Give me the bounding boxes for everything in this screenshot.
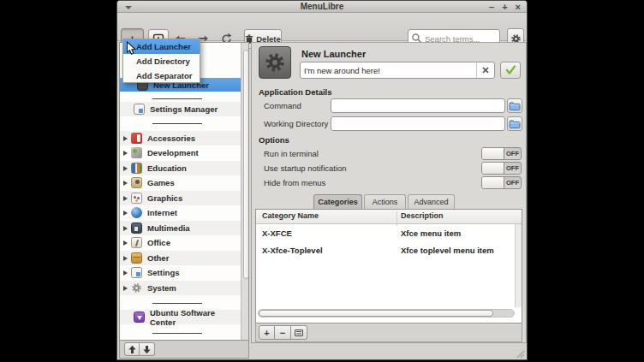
sidebar-item-education[interactable]: Education [120,161,241,175]
education-icon [131,163,142,174]
minus-icon: − [280,328,285,338]
sidebar-item-development[interactable]: Development [120,145,241,160]
toggle-knob [482,148,504,159]
toolbar: + [117,13,527,41]
other-icon [131,252,142,264]
category-description-cell: Xfce menu item [401,228,461,238]
minimize-button[interactable]: – [489,1,494,13]
toggle-state-label: OFF [504,163,521,174]
table-row[interactable]: X-XFCE Xfce menu item [256,224,522,241]
expander-icon[interactable] [123,196,128,201]
clear-x-icon [482,67,489,74]
launcher-editor-panel: New Launcher Application Details Command [251,42,527,343]
add-category-button[interactable]: + [259,325,275,340]
launcher-name-entry [300,62,495,79]
table-row[interactable]: X-Xfce-Toplevel Xfce toplevel menu item [256,241,522,258]
categories-table: Category Name Description X-XFCE Xfce me… [255,209,522,323]
expander-icon[interactable] [123,240,128,246]
table-horizontal-scrollbar-thumb[interactable] [259,310,493,317]
sidebar-item-label: Games [147,178,175,187]
working-directory-input[interactable] [331,116,505,131]
command-label: Command [264,101,301,110]
command-input[interactable] [331,98,505,113]
games-icon [131,177,142,188]
sidebar-scrollbar[interactable] [241,43,249,340]
working-directory-browse-button[interactable] [507,116,522,131]
menu-separator [152,123,202,124]
table-horizontal-scrollbar[interactable] [258,309,515,317]
clear-name-button[interactable] [476,62,494,78]
command-browse-button[interactable] [507,98,522,113]
graphics-icon [131,193,142,204]
move-up-button[interactable] [124,342,140,356]
sidebar-item-label: Accessories [147,134,195,143]
launcher-name-input[interactable] [301,62,475,78]
maximize-button[interactable]: + [502,1,507,13]
working-directory-label: Working Directory [264,119,328,128]
office-icon [131,237,142,248]
expander-icon[interactable] [123,286,128,291]
folder-icon [509,101,521,111]
sidebar-item-ubuntu-software-center[interactable]: Ubuntu Software Center [120,310,241,324]
use-startup-notification-label: Use startup notification [264,163,347,173]
tab-actions[interactable]: Actions [364,194,406,209]
edit-category-button[interactable] [291,325,307,340]
hide-from-menus-toggle[interactable]: OFF [481,176,522,189]
launcher-icon-button[interactable] [259,46,291,79]
folder-icon [509,119,521,129]
sidebar-item-label: Office [147,238,170,247]
arrow-down-icon [142,345,152,354]
menu-item-add-directory[interactable]: Add Directory [123,54,200,68]
expander-icon[interactable] [123,181,128,186]
sidebar-item-label: Multimedia [147,223,190,233]
sidebar-item-internet[interactable]: Internet [120,205,241,220]
hide-from-menus-label: Hide from menus [264,178,325,187]
menulibre-window: MenuLibre – + × + [116,0,528,360]
tab-advanced[interactable]: Advanced [408,194,455,209]
sidebar-item-label: Education [147,163,187,173]
system-gear-icon [131,282,142,294]
sidebar-item-office[interactable]: Office [120,235,241,250]
sidebar-actionbar [119,341,249,359]
application-details-header: Application Details [259,87,332,97]
sidebar-item-settings[interactable]: Settings [120,265,241,280]
apply-name-button[interactable] [500,62,521,79]
sidebar-item-label: Internet [147,208,177,217]
expander-icon[interactable] [123,256,128,261]
close-button[interactable]: × [516,1,521,13]
options-header: Options [259,135,289,145]
sidebar-scrollbar-thumb[interactable] [243,50,249,279]
toggle-knob [482,163,504,174]
table-header[interactable]: Category Name Description [256,210,522,224]
move-down-button[interactable] [140,342,155,356]
sidebar-item-label: Ubuntu Software Center [150,308,241,327]
expander-icon[interactable] [123,270,128,276]
sidebar-item-other[interactable]: Other [120,251,241,265]
sidebar-item-label: Graphics [147,193,182,203]
sidebar-item-multimedia[interactable]: Multimedia [120,221,241,235]
expander-icon[interactable] [123,211,128,216]
run-in-terminal-toggle[interactable]: OFF [481,147,522,160]
expander-icon[interactable] [123,226,128,231]
sidebar-item-games[interactable]: Games [120,175,241,190]
sidebar-item-label: System [147,283,176,293]
column-description[interactable]: Description [401,211,444,220]
use-startup-notification-toggle[interactable]: OFF [481,162,522,175]
sidebar-item-settings-manager[interactable]: Settings Manager [120,102,241,116]
sidebar-item-accessories[interactable]: Accessories [120,131,241,145]
remove-category-button[interactable]: − [275,325,291,340]
sidebar-item-label: Settings [147,268,179,277]
titlebar[interactable]: MenuLibre – + × [117,1,527,13]
expander-icon[interactable] [123,136,128,141]
sidebar-item-graphics[interactable]: Graphics [120,191,241,205]
sidebar-item-system[interactable]: System [120,281,241,295]
expander-icon[interactable] [123,151,128,156]
expander-icon[interactable] [123,166,128,171]
menu-separator [152,303,202,304]
resize-grip[interactable] [514,347,525,359]
settings-manager-icon [134,104,145,115]
column-category-name[interactable]: Category Name [262,211,319,220]
tab-categories[interactable]: Categories [313,194,362,209]
table-vertical-scrollbar[interactable] [515,224,522,307]
menu-item-add-separator[interactable]: Add Separator [123,68,200,83]
